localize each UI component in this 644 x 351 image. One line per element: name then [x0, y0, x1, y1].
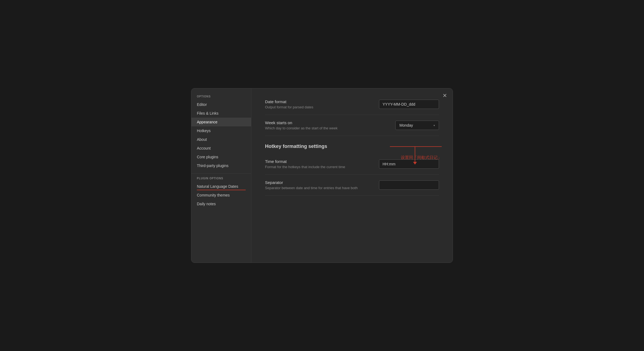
time-format-info: Time format Format for the hotkeys that … [265, 159, 368, 169]
sidebar-item-appearance[interactable]: Appearance [191, 118, 251, 126]
sidebar-item-files-links[interactable]: Files & Links [191, 109, 251, 118]
time-format-control [379, 159, 439, 169]
date-format-row: Date format Output format for parsed dat… [265, 99, 439, 115]
dropdown-arrow-icon: ▾ [434, 124, 435, 127]
week-starts-info: Week starts on Which day to consider as … [265, 120, 384, 130]
sidebar-item-hotkeys[interactable]: Hotkeys [191, 126, 251, 135]
separator-input[interactable] [379, 180, 439, 190]
close-button[interactable]: ✕ [443, 93, 447, 98]
week-starts-desc: Which day to consider as the start of th… [265, 126, 384, 130]
separator-desc: Separator between date and time for entr… [265, 186, 368, 190]
date-format-info: Date format Output format for parsed dat… [265, 99, 368, 109]
week-starts-label: Week starts on [265, 120, 384, 125]
sidebar-divider [191, 173, 251, 174]
week-starts-value: Monday [399, 123, 413, 127]
plugin-options-section-label: PLUGIN OPTIONS [191, 177, 251, 182]
sidebar-item-community-themes[interactable]: Community themes [191, 191, 251, 200]
date-format-control [379, 100, 439, 109]
sidebar-item-third-party-plugins[interactable]: Third-party plugins [191, 161, 251, 170]
sidebar-item-natural-language-dates[interactable]: Natural Language Dates [191, 182, 251, 191]
sidebar-item-about[interactable]: About [191, 135, 251, 144]
separator-info: Separator Separator between date and tim… [265, 180, 368, 190]
time-format-desc: Format for the hotkeys that include the … [265, 165, 368, 169]
week-starts-dropdown[interactable]: Monday ▾ [395, 121, 439, 130]
sidebar: OPTIONS Editor Files & Links Appearance … [191, 88, 251, 263]
main-content: Date format Output format for parsed dat… [251, 88, 453, 263]
week-starts-row: Week starts on Which day to consider as … [265, 115, 439, 136]
separator-control [379, 180, 439, 190]
sidebar-item-editor[interactable]: Editor [191, 100, 251, 109]
separator-label: Separator [265, 180, 368, 185]
sidebar-item-account[interactable]: Account [191, 144, 251, 153]
time-format-input[interactable] [379, 159, 439, 169]
separator-row: Separator Separator between date and tim… [265, 175, 439, 196]
date-format-input[interactable] [379, 100, 439, 109]
date-format-desc: Output format for parsed dates [265, 105, 368, 109]
sidebar-item-daily-notes[interactable]: Daily notes [191, 200, 251, 208]
date-format-label: Date format [265, 99, 368, 104]
time-format-label: Time format [265, 159, 368, 164]
options-section-label: OPTIONS [191, 95, 251, 100]
week-starts-control: 设置同「间歇式日记」 Monday ▾ [395, 121, 439, 130]
settings-modal: ✕ OPTIONS Editor Files & Links Appearanc… [191, 88, 453, 263]
time-format-row: Time format Format for the hotkeys that … [265, 154, 439, 175]
sidebar-item-core-plugins[interactable]: Core plugins [191, 153, 251, 161]
hotkey-section-heading: Hotkey formatting settings [265, 144, 439, 149]
